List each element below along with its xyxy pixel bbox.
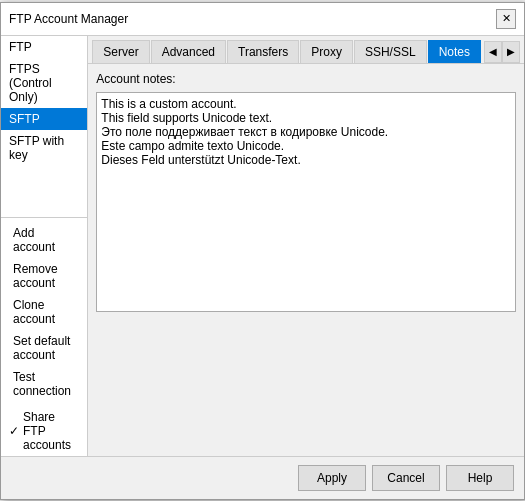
tabs: ServerAdvancedTransfersProxySSH/SSLNotes… [88,36,524,64]
apply-button[interactable]: Apply [298,465,366,491]
account-item[interactable]: FTP [1,36,87,58]
share-row[interactable]: ✓ Share FTP accounts [1,406,87,456]
set-default-account-button[interactable]: Set default account [1,330,87,366]
right-panel: ServerAdvancedTransfersProxySSH/SSLNotes… [88,36,524,456]
clone-account-button[interactable]: Clone account [1,294,87,330]
tab-transfers[interactable]: Transfers [227,40,299,63]
tab-prev-arrow[interactable]: ◀ [484,41,502,63]
add-account-button[interactable]: Add account [1,222,87,258]
account-item[interactable]: SFTP [1,108,87,130]
account-item[interactable]: SFTP with key [1,130,87,166]
dialog-title: FTP Account Manager [9,12,128,26]
tab-next-arrow[interactable]: ▶ [502,41,520,63]
content-area: FTPFTPS (Control Only)SFTPSFTP with key … [1,36,524,456]
tab-ssh-ssl[interactable]: SSH/SSL [354,40,427,63]
remove-account-button[interactable]: Remove account [1,258,87,294]
help-button[interactable]: Help [446,465,514,491]
tab-arrows: ◀ ▶ [484,41,520,63]
dialog: FTP Account Manager ✕ FTPFTPS (Control O… [0,2,525,500]
share-label: Share FTP accounts [23,410,79,452]
tab-advanced[interactable]: Advanced [151,40,226,63]
tab-proxy[interactable]: Proxy [300,40,353,63]
account-list: FTPFTPS (Control Only)SFTPSFTP with key [1,36,87,217]
notes-label: Account notes: [96,72,516,86]
share-checkmark: ✓ [9,424,19,438]
left-panel: FTPFTPS (Control Only)SFTPSFTP with key … [1,36,88,456]
tab-server[interactable]: Server [92,40,149,63]
close-button[interactable]: ✕ [496,9,516,29]
title-bar: FTP Account Manager ✕ [1,3,524,36]
panel-content: Account notes: [88,64,524,456]
account-buttons: Add accountRemove accountClone accountSe… [1,217,87,406]
test-connection-button[interactable]: Test connection [1,366,87,402]
tab-notes[interactable]: Notes [428,40,481,63]
bottom-bar: Apply Cancel Help [1,456,524,499]
cancel-button[interactable]: Cancel [372,465,440,491]
notes-textarea[interactable] [96,92,516,312]
account-item[interactable]: FTPS (Control Only) [1,58,87,108]
